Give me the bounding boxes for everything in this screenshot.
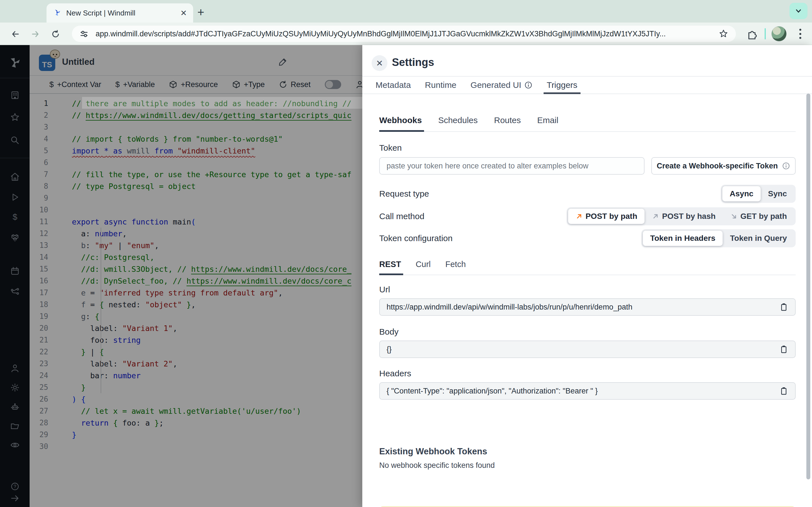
webhook-url-field[interactable]: https://app.windmill.dev/api/w/windmill-… (379, 298, 796, 316)
profile-avatar[interactable] (771, 26, 786, 41)
panel-scrollbar[interactable] (806, 94, 810, 480)
copy-clipboard-icon[interactable] (779, 302, 788, 312)
back-icon[interactable] (11, 29, 20, 39)
call-method-post-by-path[interactable]: POST by path (568, 209, 645, 224)
snippet-tabs: REST Curl Fetch (379, 260, 796, 275)
subtab-webhooks[interactable]: Webhooks (379, 115, 422, 131)
webhook-body-field[interactable]: {} (379, 341, 796, 358)
browser-tab[interactable]: New Script | Windmill ✕ (47, 3, 193, 22)
site-settings-icon[interactable] (79, 29, 89, 39)
snippet-tab-curl[interactable]: Curl (416, 260, 430, 275)
modal-dim-overlay[interactable] (0, 45, 362, 507)
request-type-label: Request type (379, 189, 429, 199)
page-content: $? TS Untitled $ +Context Var $ +Variabl… (0, 45, 812, 507)
body-label: Body (379, 327, 796, 337)
settings-content: Webhooks Schedules Routes Email Token Cr… (362, 95, 812, 507)
info-icon (782, 162, 790, 170)
chevron-down-icon (794, 7, 803, 15)
chrome-menu-icon[interactable] (797, 27, 803, 40)
subtab-schedules[interactable]: Schedules (438, 115, 477, 131)
headers-label: Headers (379, 369, 796, 378)
settings-tabs: Metadata Runtime Generated UI Triggers (362, 76, 812, 94)
token-label: Token (379, 143, 796, 153)
tab-metadata[interactable]: Metadata (368, 76, 418, 94)
token-configuration-label: Token configuration (379, 233, 453, 243)
webhook-headers-field[interactable]: { "Content-Type": "application/json", "A… (379, 382, 796, 400)
tab-title: New Script | Windmill (66, 9, 177, 17)
tab-triggers[interactable]: Triggers (540, 76, 585, 94)
extensions-puzzle-icon[interactable] (747, 29, 757, 40)
subtab-email[interactable]: Email (537, 115, 558, 131)
arrow-down-right-icon (730, 213, 738, 220)
browser-tabstrip: New Script | Windmill ✕ + (0, 0, 812, 22)
close-settings-button[interactable]: ✕ (371, 55, 388, 71)
existing-tokens-title: Existing Webhook Tokens (379, 446, 796, 457)
chrome-caret-button[interactable] (790, 3, 808, 19)
snippet-tab-fetch[interactable]: Fetch (446, 260, 466, 275)
create-webhook-token-button[interactable]: Create a Webhook-specific Token (651, 157, 796, 175)
call-method-segmented: POST by path POST by hash GET by path (567, 207, 796, 225)
chrome-divider (765, 28, 766, 40)
arrow-up-right-icon (652, 213, 659, 220)
windmill-favicon-icon (53, 8, 62, 17)
token-in-query-option[interactable]: Token in Query (723, 231, 794, 246)
info-icon (524, 81, 532, 89)
call-method-post-by-hash[interactable]: POST by hash (645, 209, 723, 224)
trigger-subtabs: Webhooks Schedules Routes Email (379, 115, 796, 132)
snippet-tab-rest[interactable]: REST (379, 260, 401, 275)
token-input[interactable] (379, 157, 645, 175)
browser-url-row: app.windmill.dev/scripts/add#JTdCJTIyaGF… (0, 22, 812, 45)
call-method-get-by-path[interactable]: GET by path (723, 209, 794, 224)
subtab-routes[interactable]: Routes (494, 115, 521, 131)
forward-icon[interactable] (31, 29, 40, 39)
bookmark-star-icon[interactable] (718, 29, 728, 39)
request-type-segmented: Async Sync (721, 185, 796, 203)
url-label: Url (379, 285, 796, 294)
call-method-label: Call method (379, 212, 424, 221)
copy-clipboard-icon[interactable] (779, 386, 788, 395)
url-bar[interactable]: app.windmill.dev/scripts/add#JTdCJTIyaGF… (72, 25, 736, 42)
tab-runtime[interactable]: Runtime (418, 76, 463, 94)
new-tab-button[interactable]: + (197, 7, 204, 17)
url-text[interactable]: app.windmill.dev/scripts/add#JTdCJTIyaGF… (96, 30, 676, 38)
existing-tokens-empty: No webhook specific tokens found (379, 461, 796, 470)
settings-panel: ✕ Settings Metadata Runtime Generated UI… (362, 45, 812, 507)
request-type-sync[interactable]: Sync (761, 186, 794, 202)
arrow-up-right-icon (575, 213, 583, 220)
active-line-highlight (82, 97, 392, 109)
copy-clipboard-icon[interactable] (779, 345, 788, 354)
tab-generated-ui[interactable]: Generated UI (463, 76, 540, 94)
settings-title: Settings (392, 56, 434, 68)
tab-close-icon[interactable]: ✕ (181, 8, 187, 18)
token-configuration-segmented: Token in Headers Token in Query (642, 229, 796, 247)
reload-icon[interactable] (51, 29, 60, 39)
request-type-async[interactable]: Async (722, 186, 761, 202)
token-in-headers-option[interactable]: Token in Headers (643, 231, 723, 246)
